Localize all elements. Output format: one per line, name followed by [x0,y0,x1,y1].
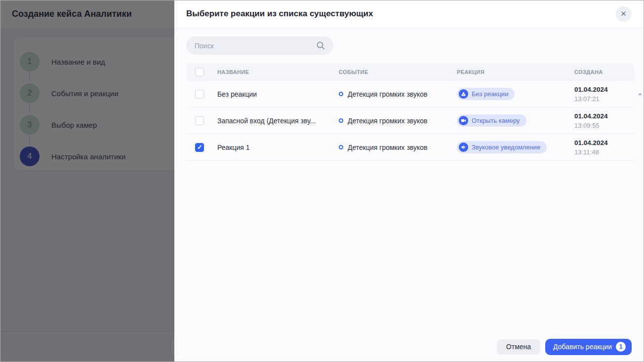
created-cell: 01.04.2024 13:11:48 [574,138,634,157]
table-header-row: НАЗВАНИЕ СОБЫТИЕ РЕАКЦИЯ СОЗДАНА [186,63,634,81]
search-box [186,36,333,55]
reactions-table: НАЗВАНИЕ СОБЫТИЕ РЕАКЦИЯ СОЗДАНА Без реа… [186,63,634,161]
created-time: 13:09:55 [574,121,634,130]
reaction-name: Без реакции [217,90,339,98]
created-date: 01.04.2024 [574,85,634,94]
cancel-button[interactable]: Отмена [497,339,540,355]
video-camera-icon [459,116,468,125]
event-label: Детекция громких звуков [348,144,427,151]
row-checkbox[interactable] [195,116,204,125]
reaction-chip-label: Звуковое уведомление [472,144,540,151]
search-input[interactable] [186,42,333,50]
table-row[interactable]: Без реакции Детекция громких звуков Без [186,81,634,108]
modal-title: Выберите реакции из списка существующих [186,9,373,19]
column-header-reaction: РЕАКЦИЯ [457,69,574,75]
created-cell: 01.04.2024 13:09:55 [574,111,634,130]
event-cell: Детекция громких звуков [339,90,457,98]
add-reactions-button[interactable]: Добавить реакции 1 [545,339,632,355]
event-dot-icon [339,92,343,96]
add-reactions-label: Добавить реакции [553,343,612,351]
table-row[interactable]: Реакция 1 Детекция громких звуков Звуко [186,134,634,161]
created-time: 13:11:48 [574,147,634,157]
warning-triangle-icon [459,89,468,99]
search-icon [316,41,325,50]
created-time: 13:07:21 [574,94,634,104]
modal-footer: Отмена Добавить реакции 1 [174,331,644,362]
created-date: 01.04.2024 [574,111,634,121]
reaction-name: Запасной вход (Детекция зву... [217,117,339,125]
created-cell: 01.04.2024 13:07:21 [574,85,634,104]
modal-header: Выберите реакции из списка существующих … [174,0,644,28]
event-dot-icon [339,145,343,149]
table-row[interactable]: Запасной вход (Детекция зву... Детекция … [186,108,634,134]
column-header-event: СОБЫТИЕ [339,69,457,75]
reaction-chip: Открыть камеру [457,114,526,127]
created-date: 01.04.2024 [574,138,634,147]
event-cell: Детекция громких звуков [339,117,457,125]
select-all-checkbox[interactable] [195,68,204,76]
event-cell: Детекция громких звуков [339,144,457,151]
close-icon[interactable]: ✕ [616,6,631,22]
event-label: Детекция громких звуков [348,90,427,98]
reaction-name: Реакция 1 [217,144,339,151]
modal-body: НАЗВАНИЕ СОБЫТИЕ РЕАКЦИЯ СОЗДАНА Без реа… [174,28,644,161]
reaction-chip: Без реакции [457,88,515,100]
speaker-icon [459,143,468,152]
select-reactions-modal: Выберите реакции из списка существующих … [174,0,644,362]
column-header-name: НАЗВАНИЕ [217,69,339,75]
reaction-chip-label: Открыть камеру [472,117,520,124]
row-checkbox[interactable] [195,90,204,99]
reaction-chip-label: Без реакции [472,90,508,98]
selected-count-badge: 1 [616,342,626,352]
scrollbar-up-arrow[interactable] [638,93,642,95]
event-label: Детекция громких звуков [348,117,427,125]
reaction-chip: Звуковое уведомление [457,141,547,153]
modal-backdrop[interactable] [0,0,174,362]
row-checkbox[interactable] [195,143,204,152]
column-header-created: СОЗДАНА [574,69,634,75]
event-dot-icon [339,118,343,123]
